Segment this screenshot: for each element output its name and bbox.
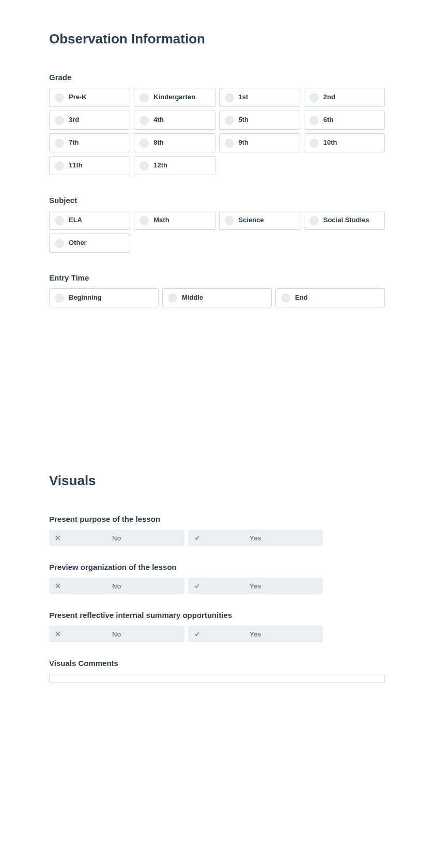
check-icon [193,582,200,590]
radio-icon [140,138,149,148]
grade-option-12th[interactable]: 12th [134,156,215,175]
radio-icon [55,293,64,303]
option-label: Yes [250,534,261,542]
option-label: End [295,293,308,302]
radio-icon [225,93,234,102]
radio-icon [309,216,319,225]
entry-time-option-end[interactable]: End [275,288,385,307]
option-label: 8th [153,138,164,147]
visuals-comments-label: Visuals Comments [49,659,385,668]
option-label: 10th [323,138,337,147]
option-label: 6th [323,115,334,125]
option-label: Science [239,215,264,225]
radio-icon [55,138,64,148]
subject-group: ELA Math Science Social Studies Other [49,211,385,253]
option-label: No [112,582,121,590]
option-label: No [112,534,121,542]
option-label: No [112,630,121,638]
option-label: 1st [239,92,249,102]
grade-option-6th[interactable]: 6th [304,111,385,130]
x-icon [54,534,61,541]
radio-icon [281,293,290,303]
option-label: 9th [239,138,249,147]
option-label: Yes [250,582,261,590]
radio-icon [309,116,319,125]
option-label: Middle [182,293,203,302]
grade-option-1st[interactable]: 1st [219,88,300,107]
subject-option-other[interactable]: Other [49,234,130,253]
q2-label: Preview organization of the lesson [49,563,385,571]
visuals-comments-input[interactable] [49,674,385,683]
option-label: 11th [69,161,83,170]
radio-icon [55,239,64,248]
option-label: Pre-K [69,92,87,102]
option-label: 4th [153,115,164,125]
option-label: 2nd [323,92,335,102]
radio-icon [55,161,64,171]
subject-label: Subject [49,196,385,205]
radio-icon [309,93,319,102]
grade-option-9th[interactable]: 9th [219,133,300,152]
option-label: 3rd [69,115,79,125]
q1-group: No Yes [49,530,323,546]
option-label: Math [153,215,169,225]
entry-time-label: Entry Time [49,273,385,282]
grade-option-kindergarten[interactable]: Kindergarten [134,88,215,107]
check-icon [193,534,200,541]
radio-icon [168,293,177,303]
radio-icon [140,216,149,225]
radio-icon [55,93,64,102]
grade-option-10th[interactable]: 10th [304,133,385,152]
q3-group: No Yes [49,626,323,642]
option-label: ELA [69,215,82,225]
option-label: Kindergarten [153,92,195,102]
radio-icon [140,161,149,171]
radio-icon [55,216,64,225]
entry-time-group: Beginning Middle End [49,288,385,307]
page-title: Observation Information [49,31,385,47]
grade-option-8th[interactable]: 8th [134,133,215,152]
radio-icon [225,138,234,148]
grade-option-5th[interactable]: 5th [219,111,300,130]
grade-option-7th[interactable]: 7th [49,133,130,152]
grade-option-prek[interactable]: Pre-K [49,88,130,107]
q3-yes[interactable]: Yes [188,626,323,642]
q1-label: Present purpose of the lesson [49,515,385,523]
q2-no[interactable]: No [49,578,184,594]
q1-no[interactable]: No [49,530,184,546]
subject-option-social-studies[interactable]: Social Studies [304,211,385,230]
q1-yes[interactable]: Yes [188,530,323,546]
x-icon [54,582,61,590]
radio-icon [225,116,234,125]
radio-icon [55,116,64,125]
check-icon [193,630,200,638]
option-label: Other [69,238,87,247]
grade-option-2nd[interactable]: 2nd [304,88,385,107]
q2-yes[interactable]: Yes [188,578,323,594]
q3-label: Present reflective internal summary oppo… [49,611,385,619]
entry-time-option-beginning[interactable]: Beginning [49,288,159,307]
option-label: 12th [153,161,167,170]
grade-option-11th[interactable]: 11th [49,156,130,175]
visuals-title: Visuals [49,473,385,489]
radio-icon [309,138,319,148]
option-label: Beginning [69,293,102,302]
x-icon [54,630,61,638]
radio-icon [140,93,149,102]
q2-group: No Yes [49,578,323,594]
radio-icon [140,116,149,125]
option-label: Social Studies [323,215,369,225]
option-label: Yes [250,630,261,638]
grade-label: Grade [49,73,385,82]
subject-option-math[interactable]: Math [134,211,215,230]
subject-option-ela[interactable]: ELA [49,211,130,230]
option-label: 5th [239,115,249,125]
grade-option-3rd[interactable]: 3rd [49,111,130,130]
grade-group: Pre-K Kindergarten 1st 2nd 3rd 4th 5th [49,88,385,175]
q3-no[interactable]: No [49,626,184,642]
radio-icon [225,216,234,225]
subject-option-science[interactable]: Science [219,211,300,230]
entry-time-option-middle[interactable]: Middle [162,288,272,307]
grade-option-4th[interactable]: 4th [134,111,215,130]
option-label: 7th [69,138,79,147]
